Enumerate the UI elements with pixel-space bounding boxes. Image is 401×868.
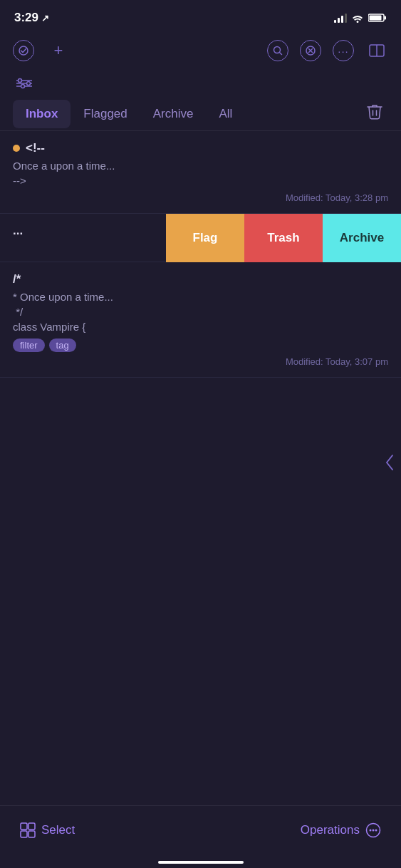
battery-icon	[368, 13, 387, 23]
select-label: Select	[41, 823, 75, 837]
status-bar: 3:29 ↗	[0, 0, 401, 31]
operations-button[interactable]: Operations	[301, 822, 381, 838]
svg-rect-1	[385, 16, 387, 20]
more-button[interactable]: ···	[333, 40, 354, 61]
time-label: 3:29	[14, 11, 38, 25]
tab-all[interactable]: All	[206, 100, 245, 128]
signal-icon	[334, 13, 347, 23]
svg-rect-23	[21, 831, 27, 837]
operations-label: Operations	[301, 823, 360, 837]
note-3-tags: filter tag	[13, 339, 388, 352]
split-view-button[interactable]	[365, 39, 388, 62]
svg-line-5	[280, 53, 282, 55]
svg-rect-24	[28, 823, 35, 830]
status-icons	[334, 13, 387, 23]
app-container: 3:29 ↗	[0, 0, 401, 868]
check-button[interactable]	[13, 40, 34, 61]
note-1-preview: Once a upon a time...-->	[13, 158, 388, 188]
note-item-2-container: ... d: Today, 3:10 pm Flag Trash Archive	[0, 214, 401, 262]
tab-flagged[interactable]: Flagged	[71, 100, 140, 128]
note-item-1-container: <!-- Once a upon a time...--> Modified: …	[0, 131, 401, 214]
note-item-1[interactable]: <!-- Once a upon a time...--> Modified: …	[0, 131, 401, 214]
svg-point-29	[375, 829, 377, 831]
svg-point-27	[370, 829, 372, 831]
tab-inbox[interactable]: Inbox	[13, 100, 71, 128]
back-button[interactable]	[380, 441, 401, 484]
swipe-trash-button[interactable]: Trash	[244, 214, 323, 262]
toolbar: + ···	[0, 31, 401, 70]
note-item-3[interactable]: /* * Once upon a time... */class Vampire…	[0, 262, 401, 378]
trash-tab-icon[interactable]	[361, 98, 388, 130]
note-item-3-container: /* * Once upon a time... */class Vampire…	[0, 262, 401, 378]
note-3-preview: * Once upon a time... */class Vampire {	[13, 289, 388, 334]
swipe-archive-button[interactable]: Archive	[323, 214, 401, 262]
status-time: 3:29 ↗	[14, 11, 49, 25]
toolbar-left: +	[13, 39, 70, 62]
note-1-unread-dot	[13, 145, 20, 152]
close-button[interactable]	[300, 40, 321, 61]
add-button[interactable]: +	[47, 39, 70, 62]
bottom-bar: Select Operations	[0, 805, 401, 868]
swipe-flag-button[interactable]: Flag	[166, 214, 244, 262]
svg-point-12	[27, 82, 31, 86]
swipe-actions: Flag Trash Archive	[166, 214, 401, 262]
svg-rect-2	[370, 16, 382, 21]
content-area: <!-- Once a upon a time...--> Modified: …	[0, 131, 401, 868]
note-1-date: Modified: Today, 3:28 pm	[13, 192, 388, 203]
svg-rect-22	[21, 823, 27, 830]
note-2-title: ...	[13, 224, 23, 238]
svg-point-11	[19, 79, 22, 83]
filter-bar	[0, 70, 401, 97]
toolbar-right: ···	[267, 39, 388, 62]
note-3-title: /*	[13, 272, 21, 286]
tag-filter[interactable]: filter	[13, 339, 45, 352]
svg-rect-25	[28, 831, 35, 837]
tab-bar: Inbox Flagged Archive All	[0, 97, 401, 131]
tag-tag[interactable]: tag	[49, 339, 76, 352]
tab-archive[interactable]: Archive	[140, 100, 207, 128]
svg-point-13	[21, 85, 25, 88]
location-icon: ↗	[41, 13, 49, 24]
search-button[interactable]	[267, 40, 288, 61]
note-1-title: <!--	[26, 141, 45, 155]
note-3-date: Modified: Today, 3:07 pm	[13, 356, 388, 367]
note-3-title-row: /*	[13, 272, 388, 286]
select-button[interactable]: Select	[20, 822, 75, 838]
svg-point-28	[373, 829, 375, 831]
home-indicator	[158, 861, 244, 864]
note-1-title-row: <!--	[13, 141, 388, 155]
wifi-icon	[351, 13, 364, 23]
filter-icon[interactable]	[13, 72, 36, 95]
